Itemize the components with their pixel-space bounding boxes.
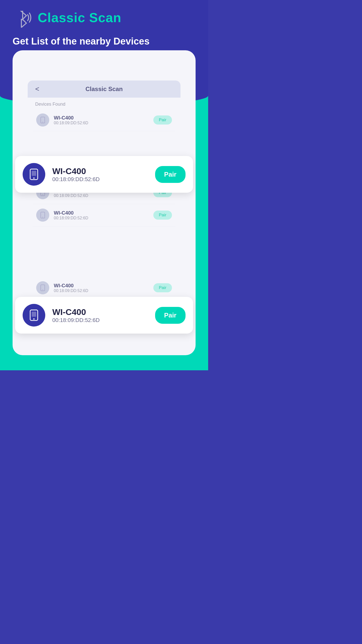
featured-device-mac-1: 00:18:09:DD:52:6D <box>52 176 155 183</box>
device-icon-large-1 <box>23 163 45 186</box>
device-mac: 00:18:09:DD:52:6D <box>54 289 153 293</box>
phone-icon <box>39 116 46 124</box>
device-mac: 00:18:09:DD:52:6D <box>54 216 153 220</box>
subtitle: Get List of the nearby Devices <box>13 35 196 48</box>
device-info: WI-C400 00:18:09:DD:52:6D <box>54 115 153 125</box>
app-topbar-title: Classic Scan <box>85 86 123 93</box>
device-name: WI-C400 <box>54 115 153 121</box>
phone-icon-large <box>28 168 40 181</box>
svg-point-14 <box>33 318 35 320</box>
featured-device-card-1: WI-C400 00:18:09:DD:52:6D Pair <box>15 156 193 193</box>
featured-pair-button-2[interactable]: Pair <box>155 307 186 324</box>
featured-device-name-1: WI-C400 <box>52 166 155 176</box>
featured-device-mac-2: 00:18:09:DD:52:6D <box>52 317 155 324</box>
phone-icon-large-2 <box>28 309 40 321</box>
svg-point-1 <box>42 122 43 123</box>
svg-rect-15 <box>32 312 36 317</box>
device-icon-small <box>36 209 49 222</box>
pair-button-small[interactable]: Pair <box>153 283 172 292</box>
bluetooth-icon <box>13 8 33 28</box>
header-title-row: Classic Scan <box>13 8 196 28</box>
main-card: < Classic Scan Devices Found WI-C400 00:… <box>13 50 196 355</box>
device-list: WI-C400 00:18:09:DD:52:6D Pair WI-C400 0… <box>28 109 180 321</box>
device-icon-small <box>36 113 49 127</box>
featured-device-name-2: WI-C400 <box>52 307 155 317</box>
featured-device-card-2: WI-C400 00:18:09:DD:52:6D Pair <box>15 297 193 334</box>
device-info-large-1: WI-C400 00:18:09:DD:52:6D <box>52 166 155 183</box>
device-icon-large-2 <box>23 304 45 327</box>
featured-card-2-placeholder <box>33 226 175 277</box>
devices-found-label: Devices Found <box>28 98 180 109</box>
device-list-row: WI-C400 00:18:09:DD:52:6D Pair <box>33 204 175 226</box>
device-list-row: WI-C400 00:18:09:DD:52:6D Pair <box>33 109 175 131</box>
scan-title: Classic Scan <box>38 10 121 25</box>
svg-point-5 <box>42 217 43 218</box>
featured-pair-button-1[interactable]: Pair <box>155 166 186 183</box>
pair-button-small[interactable]: Pair <box>153 211 172 220</box>
svg-point-7 <box>42 290 43 290</box>
bluetooth-icon-wrap <box>13 8 33 28</box>
device-info: WI-C400 00:18:09:DD:52:6D <box>54 210 153 220</box>
header: Classic Scan Get List of the nearby Devi… <box>13 8 196 48</box>
svg-point-3 <box>42 194 43 195</box>
device-mac: 00:18:09:DD:52:6D <box>54 121 153 125</box>
device-info: WI-C400 00:18:09:DD:52:6D <box>54 283 153 293</box>
phone-icon <box>39 212 46 219</box>
phone-icon <box>39 284 46 291</box>
svg-point-11 <box>33 178 35 179</box>
device-name: WI-C400 <box>54 210 153 216</box>
svg-rect-12 <box>32 171 36 176</box>
device-list-row: WI-C400 00:18:09:DD:52:6D Pair <box>33 277 175 299</box>
pair-button-small[interactable]: Pair <box>153 115 172 125</box>
device-name: WI-C400 <box>54 283 153 289</box>
back-button[interactable]: < <box>35 85 39 93</box>
device-icon-small <box>36 281 49 294</box>
device-mac: 00:18:09:DD:52:6D <box>54 193 153 198</box>
app-topbar: < Classic Scan <box>28 80 180 98</box>
device-info-large-2: WI-C400 00:18:09:DD:52:6D <box>52 307 155 324</box>
